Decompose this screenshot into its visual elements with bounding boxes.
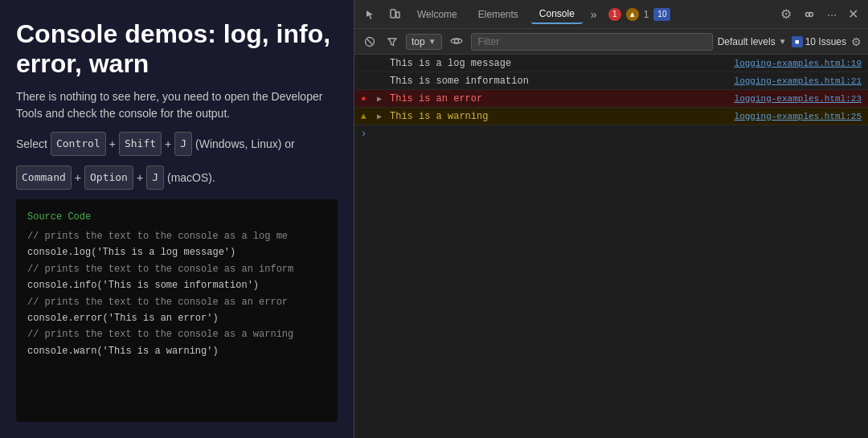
row-source-link[interactable]: logging-examples.html:19 [735, 59, 862, 68]
cursor-icon[interactable] [361, 5, 380, 24]
code-line: console.warn('This is a warning') [27, 343, 326, 359]
row-indicator: ● [361, 94, 372, 104]
kbd-j-win: J [174, 132, 192, 156]
tab-elements[interactable]: Elements [470, 6, 526, 23]
page-title: Console demos: log, info, error, warn [16, 19, 338, 79]
row-source-link[interactable]: logging-examples.html:25 [735, 112, 862, 121]
context-caret-icon: ▼ [428, 37, 436, 46]
code-source-label: Source Code [27, 209, 326, 225]
device-icon[interactable] [385, 5, 404, 24]
devtools-topbar: Welcome Elements Console » 1 ▲ 1 10 ⚙ ··… [354, 0, 868, 29]
kbd-j-mac: J [146, 166, 164, 190]
kbd-command: Command [16, 166, 72, 190]
kbd-option: Option [84, 166, 133, 190]
console-prompt-row: › [354, 125, 868, 143]
console-filter-input[interactable] [471, 33, 713, 51]
code-lines: // prints the text to the console as a l… [27, 228, 326, 359]
context-value: top [411, 36, 425, 47]
warning-badge: ▲ [626, 8, 639, 21]
tab-welcome[interactable]: Welcome [409, 6, 465, 23]
console-row: This is a log messagelogging-examples.ht… [354, 55, 868, 72]
page-description: There is nothing to see here, you need t… [16, 88, 338, 122]
row-message-text: This is an error [390, 93, 728, 104]
svg-line-6 [367, 39, 373, 44]
filter-icon[interactable] [383, 33, 401, 51]
code-line: console.error('This is an error') [27, 310, 326, 326]
dt-badges: 1 ▲ 1 10 [608, 8, 671, 21]
issues-badge-top: 10 [653, 8, 670, 21]
tab-console[interactable]: Console [531, 5, 583, 24]
levels-caret-icon: ▼ [779, 37, 787, 46]
console-toolbar: top ▼ Default levels ▼ ■ 10 Issues ⚙ [354, 29, 868, 55]
svg-rect-0 [391, 10, 395, 18]
issues-count-label: 10 Issues [805, 36, 846, 47]
console-row: This is some informationlogging-examples… [354, 72, 868, 90]
code-block: Source Code // prints the text to the co… [16, 199, 338, 422]
code-line: console.log('This is a log message') [27, 244, 326, 260]
row-source-link[interactable]: logging-examples.html:21 [735, 76, 862, 86]
row-expand-icon: ▶ [377, 94, 387, 104]
live-expressions-icon[interactable] [447, 34, 466, 50]
code-line: // prints the text to the console as a l… [27, 228, 326, 244]
shortcut-mac-line: Command + Option + J (macOS). [16, 166, 338, 190]
devtools-gear-icon[interactable]: ⚙ [777, 5, 795, 23]
row-message-text: This is a log message [390, 58, 728, 69]
issues-icon: ■ [792, 36, 803, 47]
close-devtools-icon[interactable]: ✕ [845, 5, 862, 23]
tab-more[interactable]: » [588, 8, 600, 21]
default-levels-label: Default levels [718, 36, 776, 47]
left-panel: Console demos: log, info, error, warn Th… [0, 0, 354, 438]
code-line: // prints the text to the console as a w… [27, 326, 326, 342]
prompt-caret-icon: › [361, 129, 366, 140]
error-badge: 1 [608, 8, 621, 21]
more-options-icon[interactable]: ··· [824, 6, 840, 23]
warning-count: 1 [644, 9, 649, 20]
issues-button[interactable]: ■ 10 Issues [792, 36, 846, 47]
row-message-text: This is a warning [390, 111, 728, 122]
shortcut-line: Select Control + Shift + J (Windows, Lin… [16, 132, 338, 156]
shortcut-mac-suffix: (macOS). [167, 166, 215, 189]
svg-rect-1 [396, 12, 399, 18]
code-line: // prints the text to the console as an … [27, 261, 326, 277]
code-line: // prints the text to the console as an … [27, 294, 326, 310]
link-icon[interactable] [800, 5, 819, 24]
shortcut-win-suffix: (Windows, Linux) or [195, 133, 295, 155]
row-message-text: This is some information [390, 76, 728, 87]
context-selector[interactable]: top ▼ [406, 34, 442, 50]
default-levels-dropdown[interactable]: Default levels ▼ [718, 36, 787, 47]
kbd-shift: Shift [119, 132, 162, 156]
row-expand-icon: ▶ [377, 112, 387, 121]
kbd-control: Control [51, 132, 106, 156]
console-row: ●▶This is an errorlogging-examples.html:… [354, 90, 868, 108]
svg-point-7 [454, 39, 458, 43]
row-source-link[interactable]: logging-examples.html:23 [735, 94, 862, 104]
console-messages-area: This is a log messagelogging-examples.ht… [354, 55, 868, 438]
console-row: ▲▶This is a warninglogging-examples.html… [354, 108, 868, 125]
code-line: console.info('This is some information') [27, 277, 326, 293]
devtools-panel: Welcome Elements Console » 1 ▲ 1 10 ⚙ ··… [354, 0, 868, 438]
row-indicator: ▲ [361, 112, 372, 121]
shortcut-prefix: Select [16, 133, 47, 155]
clear-console-button[interactable] [361, 33, 379, 51]
console-settings-icon[interactable]: ⚙ [851, 35, 862, 48]
issues-count-top: 10 [657, 10, 666, 18]
